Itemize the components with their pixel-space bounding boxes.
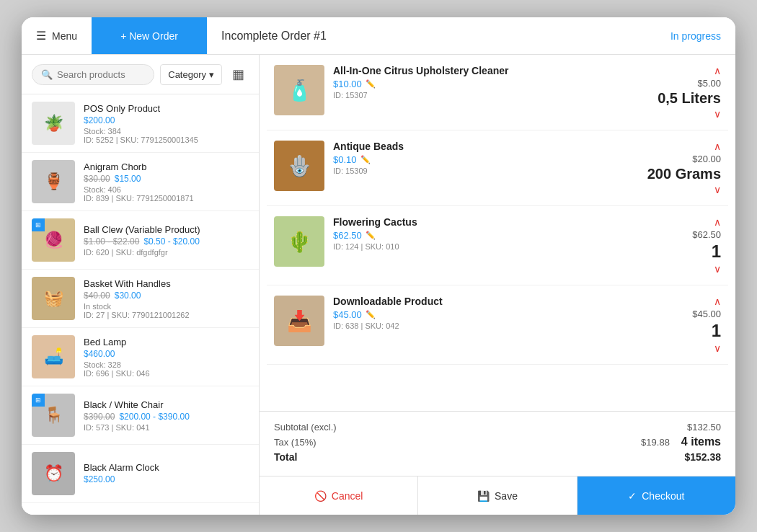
new-order-label: + New Order: [120, 30, 178, 42]
product-price: $460.00: [84, 349, 249, 359]
menu-label: Menu: [52, 30, 77, 42]
order-item-id: ID: 15307: [333, 91, 597, 99]
product-list-item[interactable]: 🏺 Anigram Chorb $30.00$15.00 Stock: 406 …: [22, 153, 259, 211]
order-item: 🧴 All-In-One Citrus Upholstery Cleaner $…: [267, 55, 728, 130]
product-name: POS Only Product: [84, 103, 249, 114]
product-list-item[interactable]: 🪴 POS Only Product $200.00 Stock: 384 ID…: [22, 94, 259, 153]
product-price: $30.00$15.00: [84, 174, 249, 184]
order-item-id: ID: 15309: [333, 167, 597, 175]
product-thumbnail: 🧺: [32, 277, 75, 320]
increase-qty-button[interactable]: ∧: [714, 296, 721, 307]
checkout-label: Checkout: [642, 490, 684, 502]
product-list-item[interactable]: ⊞ 🧶 Ball Clew (Variable Product) $1.00 -…: [22, 211, 259, 270]
new-order-button[interactable]: + New Order: [92, 17, 207, 54]
order-item-right: ∧ $5.00 0,5 Liters ∨: [606, 65, 721, 120]
product-thumb-emoji: 🏺: [32, 160, 75, 203]
edit-price-icon[interactable]: ✏️: [360, 155, 371, 164]
summary-subtotal-row: Subtotal (excl.) $132.50: [274, 422, 721, 433]
product-thumbnail: ⊞ 🧶: [32, 218, 75, 262]
decrease-qty-button[interactable]: ∨: [714, 342, 721, 354]
product-price: $1.00 - $22.00$0.50 - $20.00: [84, 236, 249, 247]
category-filter-button[interactable]: Category ▾: [160, 64, 222, 85]
product-info: Black Alarm Clock $250.00: [84, 462, 249, 486]
order-item: 🌵 Flowering Cactus $62.50 ✏️ ID: 124 | S…: [267, 206, 728, 285]
summary-total-row: Total $152.38: [274, 451, 721, 463]
order-item: 📥 Downloadable Product $45.00 ✏️ ID: 638…: [267, 285, 728, 365]
product-info: Bed Lamp $460.00 Stock: 328 ID: 696 | SK…: [84, 337, 249, 378]
order-item-subtotal: $45.00: [692, 309, 721, 319]
order-item-qty: 1: [712, 321, 721, 341]
product-name: Bed Lamp: [84, 337, 249, 347]
product-thumbnail: ⊞ 🪑: [32, 394, 75, 437]
order-item-name: Downloadable Product: [333, 296, 597, 307]
order-item-right: ∧ $45.00 1 ∨: [606, 296, 721, 354]
order-item-right: ∧ $20.00 200 Grams ∨: [606, 141, 721, 195]
order-item-qty: 1: [712, 241, 721, 262]
product-list-item[interactable]: 🛋️ Bed Lamp $460.00 Stock: 328 ID: 696 |…: [22, 328, 259, 386]
checkout-icon: ✓: [628, 490, 637, 502]
menu-button[interactable]: ☰ Menu: [22, 17, 92, 54]
product-thumbnail: 🪴: [32, 102, 75, 145]
cancel-button[interactable]: 🚫 Cancel: [260, 476, 418, 515]
left-panel: 🔍 Category ▾ ▦ 🪴 POS Only Product: [22, 55, 260, 515]
decrease-qty-button[interactable]: ∨: [714, 263, 721, 275]
order-item-info: Downloadable Product $45.00 ✏️ ID: 638 |…: [333, 296, 597, 330]
order-item-subtotal: $20.00: [692, 154, 721, 164]
order-item-price-row: $45.00 ✏️: [333, 309, 597, 320]
increase-qty-button[interactable]: ∧: [714, 141, 721, 152]
edit-price-icon[interactable]: ✏️: [366, 79, 376, 89]
product-info: POS Only Product $200.00 Stock: 384 ID: …: [84, 103, 249, 144]
total-value: $152.38: [684, 451, 721, 463]
product-list-item[interactable]: ⊞ 🪑 Black / White Chair $390.00$200.00 -…: [22, 386, 259, 445]
product-price: $250.00: [84, 474, 249, 484]
decrease-qty-button[interactable]: ∨: [714, 184, 721, 195]
product-price: $200.00: [84, 115, 249, 125]
product-info: Black / White Chair $390.00$200.00 - $39…: [84, 399, 249, 432]
footer-actions: 🚫 Cancel 💾 Save ✓ Checkout: [260, 476, 735, 515]
product-info: Anigram Chorb $30.00$15.00 Stock: 406 ID…: [84, 161, 249, 203]
order-item-name: Flowering Cactus: [333, 216, 597, 228]
order-item-price: $45.00: [333, 309, 362, 320]
checkout-button[interactable]: ✓ Checkout: [577, 476, 735, 515]
product-name: Black Alarm Clock: [84, 462, 249, 473]
increase-qty-button[interactable]: ∧: [714, 216, 721, 228]
order-item-subtotal: $62.50: [692, 229, 721, 240]
order-item-name: Antique Beads: [333, 141, 597, 152]
total-label: Total: [274, 451, 297, 463]
right-panel: 🧴 All-In-One Citrus Upholstery Cleaner $…: [260, 55, 735, 515]
product-list-item[interactable]: ⏰ Black Alarm Clock $250.00: [22, 445, 259, 503]
save-icon: 💾: [477, 490, 490, 502]
variable-icon: ⊞: [35, 396, 41, 404]
order-summary: Subtotal (excl.) $132.50 Tax (15%) $19.8…: [260, 411, 735, 476]
main-content: 🔍 Category ▾ ▦ 🪴 POS Only Product: [22, 55, 735, 515]
search-input[interactable]: [57, 69, 145, 80]
order-item-right: ∧ $62.50 1 ∨: [606, 216, 721, 275]
product-name: Ball Clew (Variable Product): [84, 224, 249, 235]
order-item-price: $62.50: [333, 230, 362, 241]
order-title: Incomplete Order #1: [207, 30, 656, 43]
product-list-item[interactable]: 🧺 Basket With Handles $40.00$30.00 In st…: [22, 270, 259, 328]
variable-icon: ⊞: [35, 221, 41, 229]
order-item-qty: 200 Grams: [647, 166, 721, 182]
barcode-button[interactable]: ▦: [228, 63, 249, 85]
product-thumb-emoji: 🪴: [32, 102, 75, 145]
search-icon: 🔍: [41, 69, 53, 80]
order-item-info: All-In-One Citrus Upholstery Cleaner $10…: [333, 65, 597, 99]
edit-price-icon[interactable]: ✏️: [366, 231, 376, 240]
order-item-info: Flowering Cactus $62.50 ✏️ ID: 124 | SKU…: [333, 216, 597, 251]
order-item-thumbnail: 🧴: [274, 65, 324, 115]
decrease-qty-button[interactable]: ∨: [714, 108, 721, 120]
search-bar: 🔍 Category ▾ ▦: [22, 55, 259, 94]
tax-label: Tax (15%): [274, 437, 316, 448]
product-thumbnail: 🛋️: [32, 335, 75, 378]
product-info: Ball Clew (Variable Product) $1.00 - $22…: [84, 224, 249, 257]
order-status: In progress: [656, 30, 735, 42]
increase-qty-button[interactable]: ∧: [714, 65, 721, 76]
order-items-list: 🧴 All-In-One Citrus Upholstery Cleaner $…: [260, 55, 735, 411]
order-item-id: ID: 638 | SKU: 042: [333, 322, 597, 330]
save-button[interactable]: 💾 Save: [418, 476, 577, 515]
product-name: Anigram Chorb: [84, 161, 249, 172]
edit-price-icon[interactable]: ✏️: [366, 310, 376, 319]
order-item-price: $0.10: [333, 154, 357, 165]
product-name: Black / White Chair: [84, 399, 249, 410]
